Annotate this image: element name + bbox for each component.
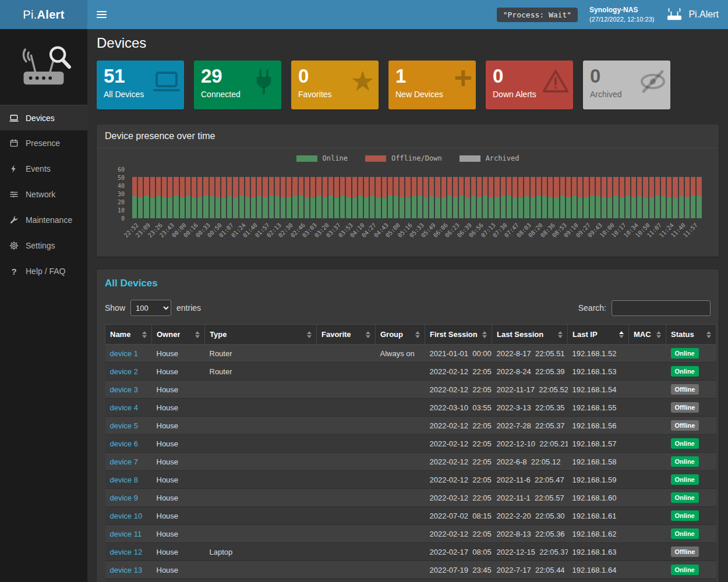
cell-first-session: 2022-02-12 22:05: [425, 471, 492, 489]
cell-mac: [629, 345, 666, 363]
presence-bar: [173, 169, 179, 218]
cell-favorite: [317, 543, 376, 561]
y-axis-label: 60: [118, 166, 125, 173]
legend-swatch: [460, 155, 480, 162]
table-row: device 7House2022-02-12 22:052022-6-8 22…: [105, 453, 716, 471]
sidebar-item-settings[interactable]: Settings: [0, 233, 87, 258]
table-row: device 1HouseRouterAlways on2021-01-01 0…: [105, 345, 716, 363]
device-link[interactable]: device 8: [110, 475, 138, 484]
entries-select[interactable]: 100: [130, 300, 171, 316]
sidebar-item-devices[interactable]: Devices: [0, 105, 87, 130]
cell-name: device 6: [105, 435, 152, 453]
cell-mac: [629, 579, 666, 582]
device-link[interactable]: device 6: [110, 439, 138, 448]
router-icon: [666, 8, 683, 22]
y-axis-label: 20: [118, 199, 125, 205]
column-header-group[interactable]: Group: [376, 325, 425, 345]
status-badge: Offline: [671, 384, 699, 395]
device-link[interactable]: device 12: [110, 548, 143, 556]
search-input[interactable]: [612, 300, 711, 316]
cell-name: device 8: [105, 471, 152, 489]
cell-owner: House: [152, 435, 205, 453]
cell-first-session: 2022-02-17 08:05: [425, 543, 492, 561]
column-header-label: First Session: [430, 330, 478, 339]
device-link[interactable]: device 9: [110, 494, 138, 502]
sidebar-item-help-faq[interactable]: ?Help / FAQ: [0, 258, 87, 284]
cell-group: [376, 417, 425, 435]
cell-mac: [629, 471, 666, 489]
presence-bar: [143, 169, 149, 218]
column-header-last-session[interactable]: Last Session: [492, 325, 568, 345]
cell-owner: House: [152, 543, 205, 561]
cell-favorite: [317, 579, 376, 582]
cell-status: Offline: [666, 381, 716, 399]
cell-owner: House: [152, 453, 205, 471]
presence-bar: [500, 169, 506, 218]
cell-favorite: [317, 453, 376, 471]
presence-bar: [352, 169, 358, 218]
sidebar-item-maintenance[interactable]: Maintenance: [0, 207, 87, 233]
device-link[interactable]: device 5: [110, 421, 138, 430]
cell-last-ip: 192.168.1.53: [568, 363, 629, 381]
sidebar-toggle-button[interactable]: [87, 0, 115, 29]
summary-card-new-devices[interactable]: 1New Devices+: [388, 61, 476, 109]
column-header-first-session[interactable]: First Session: [425, 325, 492, 345]
device-link[interactable]: device 13: [110, 566, 143, 574]
devices-panel: All Devices Show 100 entries Search: Nam…: [97, 269, 719, 582]
presence-bar: [571, 169, 577, 218]
column-header-type[interactable]: Type: [205, 325, 317, 345]
presence-bar: [453, 169, 458, 218]
device-link[interactable]: device 7: [110, 457, 138, 466]
sidebar-item-network[interactable]: Network: [0, 182, 87, 207]
table-row: device 8House2022-02-12 22:052022-11-6 2…: [105, 471, 716, 489]
cell-type: [205, 561, 317, 579]
column-header-name[interactable]: Name: [105, 325, 152, 345]
presence-bar: [334, 169, 340, 218]
column-header-owner[interactable]: Owner: [152, 325, 205, 345]
device-link[interactable]: device 4: [110, 403, 138, 412]
cell-last-session: 2022-10-27 22:05.23: [492, 579, 568, 582]
column-header-status[interactable]: Status: [666, 325, 716, 345]
summary-card-favorites[interactable]: 0Favorites★: [291, 61, 379, 109]
sidebar-item-events[interactable]: Events: [0, 156, 87, 182]
sidebar-item-presence[interactable]: Presence: [0, 130, 87, 156]
status-badge: Offline: [671, 546, 699, 557]
summary-card-down-alerts[interactable]: 0Down Alerts: [486, 61, 573, 109]
device-link[interactable]: device 1: [110, 349, 138, 358]
presence-bar: [423, 169, 429, 218]
presence-bar: [542, 169, 547, 218]
status-badge: Online: [671, 456, 699, 467]
presence-bar: [660, 169, 666, 218]
cell-status: Online: [666, 525, 716, 543]
column-header-mac[interactable]: MAC: [629, 325, 666, 345]
presence-bar: [411, 169, 417, 218]
presence-bar: [245, 169, 250, 218]
device-link[interactable]: device 2: [110, 367, 138, 376]
column-header-favorite[interactable]: Favorite: [317, 325, 376, 345]
cell-last-session: 2022-8-24 22:05.39: [492, 363, 568, 381]
summary-card-connected[interactable]: 29Connected: [194, 61, 281, 109]
presence-bar: [566, 169, 571, 218]
presence-bar: [642, 169, 648, 218]
device-link[interactable]: device 11: [110, 530, 142, 538]
cell-mac: [629, 363, 666, 381]
presence-chart: 0102030405060: [132, 169, 702, 218]
presence-bar: [696, 169, 702, 218]
presence-bar: [458, 169, 464, 218]
cell-status: Online: [666, 507, 716, 525]
gear-icon: [9, 240, 19, 251]
column-header-last-ip[interactable]: Last IP: [568, 325, 629, 345]
column-header-label: Status: [671, 330, 694, 339]
legend-item-online: Online: [296, 154, 348, 162]
device-link[interactable]: device 3: [110, 385, 138, 394]
cell-status: Online: [666, 489, 716, 507]
cell-group: [376, 435, 425, 453]
presence-bar: [393, 169, 399, 218]
summary-card-archived[interactable]: 0Archived: [583, 61, 670, 109]
cell-group: [376, 561, 425, 579]
device-link[interactable]: device 10: [110, 512, 143, 520]
cell-status: Offline: [666, 399, 716, 417]
summary-card-all-devices[interactable]: 51All Devices: [97, 61, 184, 109]
presence-bar: [536, 169, 542, 218]
cell-mac: [629, 417, 666, 435]
